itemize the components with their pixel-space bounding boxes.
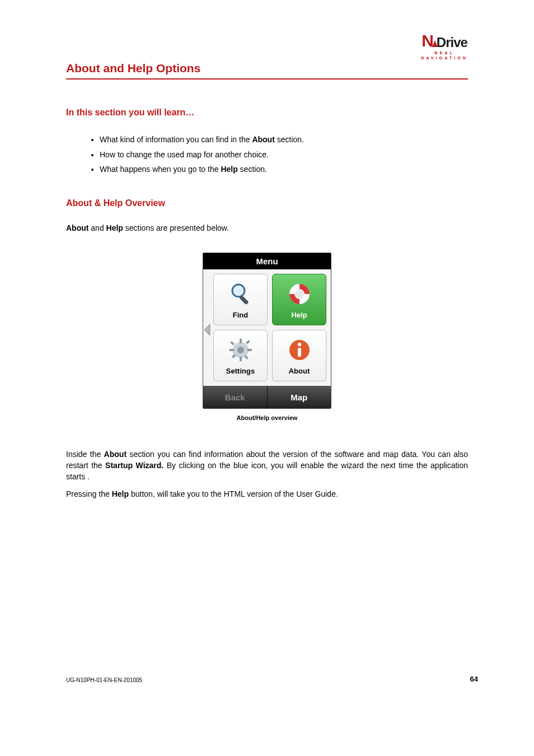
- text: What kind of information you can find in…: [100, 135, 252, 144]
- back-button[interactable]: Back: [203, 386, 268, 408]
- text: section.: [275, 135, 304, 144]
- figure-caption: About/Help overview: [203, 414, 331, 421]
- svg-rect-7: [240, 339, 242, 343]
- device-titlebar: Menu: [203, 253, 331, 269]
- tile-label: Settings: [226, 367, 255, 375]
- text: section.: [238, 165, 267, 174]
- svg-point-16: [297, 343, 301, 346]
- svg-rect-11: [230, 341, 235, 346]
- text: sections are presented below.: [123, 223, 229, 232]
- brand-logo: N Drive REAL NAVIGATION: [411, 32, 478, 60]
- logo-rest: Drive: [437, 36, 467, 49]
- svg-point-1: [232, 284, 245, 297]
- tile-label: Help: [291, 311, 307, 319]
- device-bottombar: Back Map: [203, 386, 331, 408]
- prev-page-arrow-icon[interactable]: [204, 324, 211, 335]
- svg-point-4: [295, 290, 304, 298]
- svg-rect-17: [298, 348, 301, 357]
- list-item: How to change the used map for another c…: [100, 147, 468, 162]
- tile-label: About: [289, 367, 310, 375]
- page-number: 64: [470, 675, 478, 683]
- map-button[interactable]: Map: [268, 386, 331, 408]
- svg-point-6: [237, 347, 244, 353]
- paragraph-about: Inside the About section you can find in…: [66, 449, 468, 482]
- tile-area: Find Help: [203, 269, 331, 386]
- bold: Help: [221, 165, 237, 174]
- doc-code: UG-N10PH-01-EN-EN-201005: [66, 677, 142, 683]
- svg-rect-8: [240, 357, 242, 361]
- svg-rect-10: [247, 349, 252, 351]
- text: button, will take you to the HTML versio…: [129, 489, 338, 498]
- list-item: What happens when you go to the Help sec…: [100, 162, 468, 177]
- bold: About: [252, 135, 274, 144]
- page-title: About and Help Options: [66, 62, 468, 80]
- bold: Startup Wizard.: [105, 461, 163, 470]
- svg-marker-0: [204, 324, 210, 335]
- logo-arrow-icon: [432, 40, 438, 47]
- learn-list: What kind of information you can find in…: [100, 132, 468, 177]
- logo-tagline: REAL NAVIGATION: [411, 50, 478, 60]
- page-footer: UG-N10PH-01-EN-EN-201005 64: [66, 675, 478, 683]
- text: and: [88, 223, 106, 232]
- bold: Help: [112, 489, 129, 498]
- list-item: What kind of information you can find in…: [100, 132, 468, 147]
- svg-rect-2: [239, 295, 249, 305]
- svg-rect-13: [246, 340, 250, 344]
- text: Inside the: [66, 450, 104, 459]
- device-screenshot: Menu Find: [203, 253, 331, 409]
- text: Pressing the: [66, 489, 112, 498]
- tile-help[interactable]: Help: [272, 274, 326, 325]
- text: What happens when you go to the: [100, 165, 221, 174]
- magnifier-icon: [227, 281, 254, 307]
- learn-heading: In this section you will learn…: [66, 108, 468, 118]
- bold: About: [104, 450, 127, 459]
- tile-settings[interactable]: Settings: [213, 330, 268, 381]
- bold: Help: [106, 223, 123, 232]
- bold: About: [66, 223, 88, 232]
- overview-line: About and Help sections are presented be…: [66, 223, 468, 234]
- tile-find[interactable]: Find: [213, 274, 268, 325]
- info-icon: [286, 337, 313, 363]
- svg-rect-9: [229, 349, 234, 351]
- tile-label: Find: [233, 311, 248, 319]
- gear-icon: [227, 337, 254, 363]
- overview-heading: About & Help Overview: [66, 198, 468, 208]
- figure: Menu Find: [203, 253, 331, 421]
- lifebuoy-icon: [286, 281, 313, 307]
- logo-initial: N: [421, 32, 433, 49]
- tile-about[interactable]: About: [272, 330, 326, 381]
- paragraph-help: Pressing the Help button, will take you …: [66, 489, 468, 500]
